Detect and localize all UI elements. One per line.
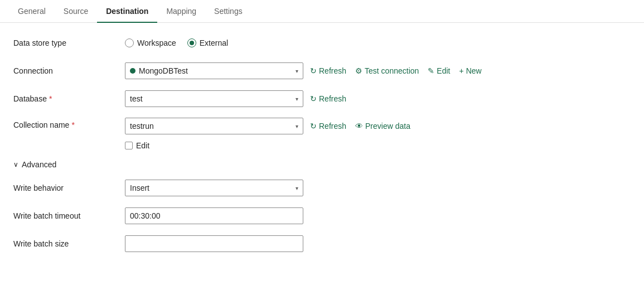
write-behavior-value-text: Insert	[130, 183, 149, 192]
tab-general[interactable]: General	[9, 0, 55, 22]
edit-connection-label: Edit	[437, 66, 450, 75]
mongo-dot-icon	[130, 68, 135, 74]
chevron-down-icon: ▾	[296, 123, 298, 129]
edit-checkbox-row: Edit	[125, 141, 149, 150]
write-batch-size-control	[125, 235, 303, 252]
advanced-section[interactable]: ∨ Advanced	[13, 160, 631, 169]
write-batch-size-input[interactable]	[125, 235, 303, 252]
radio-workspace[interactable]: Workspace	[125, 38, 176, 47]
connection-control: MongoDBTest ▾ ↻ Refresh ⚙ Test connectio…	[125, 62, 484, 79]
edit-checkbox[interactable]	[125, 142, 133, 149]
write-behavior-row: Write behavior Insert ▾	[13, 179, 631, 197]
connection-refresh-label: Refresh	[319, 66, 346, 75]
new-connection-btn[interactable]: + New	[457, 65, 483, 76]
preview-data-label: Preview data	[365, 122, 410, 130]
database-select[interactable]: test ▾	[125, 90, 303, 107]
tab-destination[interactable]: Destination	[97, 0, 157, 22]
connection-label: Connection	[13, 66, 125, 75]
preview-data-btn[interactable]: 👁 Preview data	[353, 120, 413, 132]
edit-icon: ✎	[428, 66, 434, 75]
test-connection-label: Test connection	[365, 66, 419, 75]
collection-refresh-label: Refresh	[319, 122, 346, 130]
data-store-type-row: Data store type Workspace External	[13, 34, 631, 52]
tab-settings[interactable]: Settings	[205, 0, 251, 22]
plus-icon: +	[459, 66, 463, 75]
write-behavior-label: Write behavior	[13, 183, 125, 192]
collection-name-value: testrun	[130, 122, 154, 130]
form-content: Data store type Workspace External Conne…	[0, 23, 644, 274]
tab-source[interactable]: Source	[55, 0, 97, 22]
write-batch-timeout-control	[125, 207, 303, 224]
database-refresh-btn[interactable]: ↻ Refresh	[308, 93, 348, 104]
connection-value-text: MongoDBTest	[139, 66, 188, 75]
collection-name-row: Collection name * testrun ▾ ↻ Refresh 👁 …	[13, 118, 631, 150]
write-batch-size-label: Write batch size	[13, 239, 125, 248]
write-batch-timeout-label: Write batch timeout	[13, 211, 125, 220]
connection-refresh-btn[interactable]: ↻ Refresh	[308, 65, 348, 76]
chevron-down-icon: ▾	[296, 185, 298, 191]
collection-name-required: *	[71, 120, 74, 129]
write-batch-timeout-row: Write batch timeout	[13, 207, 631, 225]
write-batch-timeout-input[interactable]	[125, 207, 303, 224]
connection-row: Connection MongoDBTest ▾ ↻ Refresh ⚙ Tes…	[13, 62, 631, 80]
collection-name-select[interactable]: testrun ▾	[125, 118, 303, 134]
collection-name-label: Collection name *	[13, 118, 125, 129]
chevron-down-icon: ▾	[296, 68, 298, 74]
collection-refresh-btn[interactable]: ↻ Refresh	[308, 120, 348, 132]
connection-value: MongoDBTest	[130, 66, 188, 75]
refresh-icon: ↻	[310, 94, 317, 103]
database-control: test ▾ ↻ Refresh	[125, 90, 348, 107]
refresh-icon: ↻	[310, 122, 317, 130]
advanced-label: Advanced	[22, 160, 56, 169]
radio-workspace-label: Workspace	[137, 38, 176, 47]
database-required: *	[49, 94, 52, 103]
chevron-down-icon: ▾	[296, 96, 298, 102]
database-label: Database *	[13, 94, 125, 103]
radio-external-circle	[187, 38, 196, 47]
tabs-container: General Source Destination Mapping Setti…	[0, 0, 644, 23]
tab-mapping[interactable]: Mapping	[157, 0, 205, 22]
data-store-type-label: Data store type	[13, 38, 125, 47]
new-connection-label: New	[466, 66, 482, 75]
radio-workspace-circle	[125, 38, 134, 47]
radio-group: Workspace External	[125, 38, 228, 47]
edit-checkbox-label: Edit	[136, 141, 149, 150]
write-behavior-select[interactable]: Insert ▾	[125, 180, 303, 196]
tab-bar: General Source Destination Mapping Setti…	[0, 0, 644, 23]
refresh-icon: ↻	[310, 66, 317, 75]
edit-connection-btn[interactable]: ✎ Edit	[425, 65, 452, 76]
collection-name-value-text: testrun	[130, 122, 154, 130]
database-value-text: test	[130, 94, 143, 103]
radio-external-label: External	[200, 38, 228, 47]
data-store-type-control: Workspace External	[125, 38, 228, 47]
write-behavior-value: Insert	[130, 183, 149, 192]
chevron-collapse-icon: ∨	[13, 161, 18, 168]
test-connection-btn[interactable]: ⚙ Test connection	[353, 65, 421, 76]
write-batch-size-row: Write batch size	[13, 235, 631, 253]
preview-icon: 👁	[355, 122, 363, 130]
connection-select[interactable]: MongoDBTest ▾	[125, 62, 303, 79]
test-connection-icon: ⚙	[355, 66, 362, 75]
database-row: Database * test ▾ ↻ Refresh	[13, 90, 631, 108]
database-refresh-label: Refresh	[319, 94, 346, 103]
radio-external[interactable]: External	[187, 38, 228, 47]
write-behavior-control: Insert ▾	[125, 180, 303, 196]
collection-name-control: testrun ▾ ↻ Refresh 👁 Preview data Edit	[125, 118, 413, 150]
database-value: test	[130, 94, 143, 103]
